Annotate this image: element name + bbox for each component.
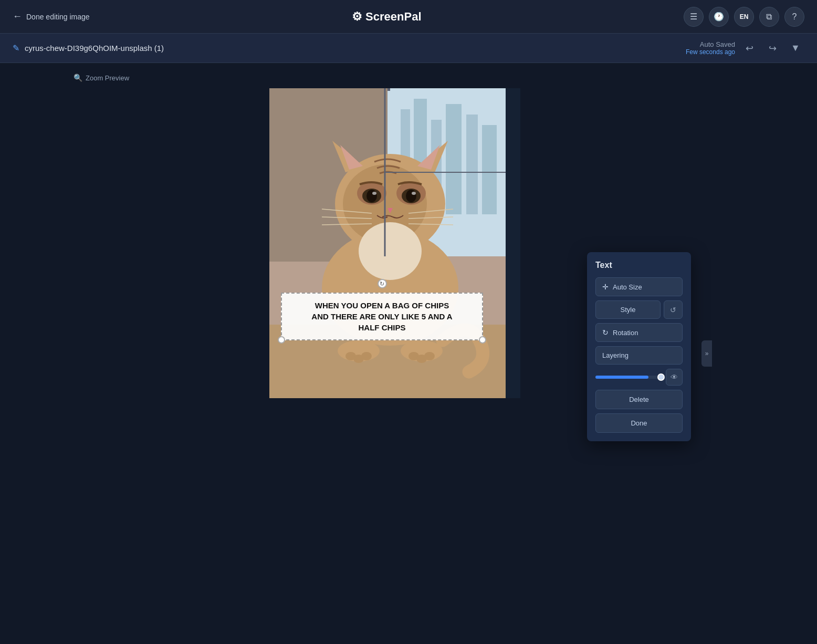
- file-name: cyrus-chew-DI39g6QhOIM-unsplash (1): [25, 44, 164, 53]
- text-panel: Text ✛ Auto Size Style ↺ ↻ Rotation Laye…: [587, 252, 691, 441]
- opacity-row: 👁: [595, 369, 683, 386]
- menu-icon: ☰: [690, 12, 697, 22]
- layers-icon-button[interactable]: ⧉: [759, 7, 779, 27]
- auto-size-label: Auto Size: [613, 283, 642, 291]
- visibility-toggle-button[interactable]: 👁: [666, 369, 683, 386]
- svg-point-33: [359, 222, 422, 280]
- auto-size-button[interactable]: ✛ Auto Size: [595, 277, 683, 296]
- rotation-icon: ↻: [602, 328, 609, 337]
- svg-point-41: [424, 352, 435, 360]
- style-label: Style: [621, 306, 636, 314]
- svg-rect-4: [446, 104, 462, 214]
- logo-icon: ⚙: [352, 10, 362, 24]
- zoom-preview-label: Zoom Preview: [86, 74, 129, 82]
- layers-icon: ⧉: [766, 12, 772, 22]
- redo-icon: ↪: [769, 43, 777, 54]
- language-button[interactable]: EN: [734, 7, 754, 27]
- chevron-right-icon: »: [705, 350, 709, 357]
- style-row: Style ↺: [595, 300, 683, 319]
- svg-point-23: [406, 190, 416, 202]
- delete-label: Delete: [629, 396, 649, 403]
- text-overlay[interactable]: ↻ WHEN YOU OPEN A BAG OF CHIPS AND THERE…: [281, 293, 483, 340]
- eye-icon: 👁: [671, 373, 678, 381]
- history-icon: 🕐: [714, 12, 724, 22]
- undo-icon: ↩: [746, 43, 753, 54]
- back-arrow-icon: ←: [13, 11, 22, 22]
- top-nav-right: ☰ 🕐 EN ⧉ ?: [684, 7, 804, 27]
- svg-point-38: [361, 352, 372, 360]
- help-icon: ?: [792, 12, 797, 22]
- svg-point-24: [372, 192, 376, 195]
- zoom-preview-bar[interactable]: 🔍 Zoom Preview: [74, 74, 129, 82]
- help-icon-button[interactable]: ?: [784, 7, 804, 27]
- resize-handle-bottom-right[interactable]: [479, 336, 486, 344]
- panel-title: Text: [595, 261, 683, 270]
- second-bar: ✎ cyrus-chew-DI39g6QhOIM-unsplash (1) Au…: [0, 34, 817, 63]
- text-line-3: HALF CHIPS: [359, 323, 406, 332]
- opacity-slider-thumb[interactable]: [657, 373, 665, 381]
- opacity-slider-fill: [595, 376, 648, 379]
- collapse-panel-button[interactable]: »: [701, 340, 712, 367]
- svg-rect-5: [466, 115, 478, 214]
- logo-text: ScreenPal: [365, 10, 421, 24]
- opacity-slider-track[interactable]: [595, 376, 662, 379]
- rotation-handle[interactable]: ↻: [378, 279, 387, 288]
- layering-label: Layering: [602, 351, 629, 359]
- style-button[interactable]: Style: [595, 300, 661, 319]
- auto-saved-title: Auto Saved: [686, 40, 735, 48]
- zoom-icon: 🔍: [74, 74, 82, 82]
- cat-image: ↻ WHEN YOU OPEN A BAG OF CHIPS AND THERE…: [269, 88, 506, 398]
- second-bar-right: Auto Saved Few seconds ago ↩ ↪ ▼: [686, 39, 804, 57]
- svg-point-22: [366, 190, 377, 202]
- undo-button[interactable]: ↩: [740, 39, 758, 57]
- top-nav: ← Done editing image ⚙ ScreenPal ☰ 🕐 EN …: [0, 0, 817, 34]
- rotation-button[interactable]: ↻ Rotation: [595, 323, 683, 342]
- back-button-label: Done editing image: [26, 13, 90, 21]
- delete-button[interactable]: Delete: [595, 390, 683, 409]
- back-button[interactable]: ← Done editing image: [13, 11, 90, 22]
- text-overlay-content: WHEN YOU OPEN A BAG OF CHIPS AND THERE A…: [290, 300, 474, 333]
- file-edit-icon: ✎: [13, 43, 19, 53]
- svg-point-25: [412, 192, 416, 195]
- auto-size-icon: ✛: [602, 283, 609, 291]
- done-button[interactable]: Done: [595, 413, 683, 433]
- canvas-area: 🔍 Zoom Preview: [0, 63, 817, 644]
- style-reset-button[interactable]: ↺: [664, 300, 683, 319]
- svg-rect-6: [482, 125, 497, 214]
- text-line-1: WHEN YOU OPEN A BAG OF CHIPS: [315, 301, 449, 310]
- history-icon-button[interactable]: 🕐: [709, 7, 729, 27]
- top-nav-left: ← Done editing image: [13, 11, 90, 22]
- file-name-area: ✎ cyrus-chew-DI39g6QhOIM-unsplash (1): [13, 43, 164, 53]
- dropdown-button[interactable]: ▼: [787, 39, 804, 57]
- redo-button[interactable]: ↪: [763, 39, 781, 57]
- auto-saved-time: Few seconds ago: [686, 48, 735, 56]
- chevron-down-icon: ▼: [791, 43, 800, 54]
- rotation-label: Rotation: [613, 329, 638, 337]
- image-container: ↻ WHEN YOU OPEN A BAG OF CHIPS AND THERE…: [269, 88, 506, 398]
- layering-button[interactable]: Layering: [595, 346, 683, 365]
- reset-icon: ↺: [670, 306, 676, 314]
- language-label: EN: [740, 13, 749, 20]
- cat-scene-svg: [269, 88, 506, 398]
- text-line-2: AND THERE ARE ONLY LIKE 5 AND A: [311, 312, 452, 321]
- resize-handle-bottom-left[interactable]: [278, 336, 285, 344]
- menu-icon-button[interactable]: ☰: [684, 7, 704, 27]
- main-area: 🔍 Zoom Preview: [0, 63, 817, 644]
- auto-saved-status: Auto Saved Few seconds ago: [686, 40, 735, 56]
- app-logo: ⚙ ScreenPal: [352, 10, 421, 24]
- done-label: Done: [631, 419, 647, 427]
